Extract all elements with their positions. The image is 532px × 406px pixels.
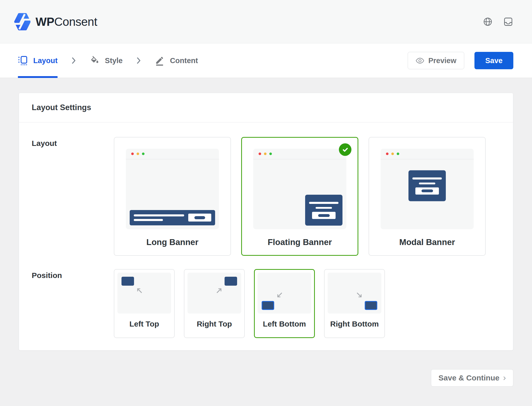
banner-text-line <box>134 219 163 221</box>
position-option-right-top[interactable]: Right Top <box>184 269 245 338</box>
eye-icon <box>416 57 424 64</box>
position-preview <box>328 273 381 314</box>
browser-mockup-header <box>381 149 474 159</box>
banner-position-rect <box>225 277 237 286</box>
banner-text-line <box>134 214 184 216</box>
window-dot-yellow <box>264 153 267 155</box>
browser-mockup <box>126 149 219 229</box>
window-dot-yellow <box>391 153 394 155</box>
banner-text-line <box>316 207 332 209</box>
banner-position-rect <box>262 301 274 310</box>
layout-option-long-banner[interactable]: Long Banner <box>114 137 231 256</box>
active-tab-underline <box>18 76 58 78</box>
banner-button <box>188 214 211 222</box>
banner-position-rect <box>365 301 377 310</box>
arrow-up-left-icon <box>136 287 143 294</box>
arrow-down-left-icon <box>276 292 283 299</box>
save-button-label: Save <box>485 56 503 65</box>
tab-content[interactable]: Content <box>155 43 198 78</box>
preview-button-label: Preview <box>428 56 457 65</box>
browser-mockup-header <box>126 149 219 159</box>
position-preview <box>187 273 241 314</box>
banner-button-label-pill <box>318 214 330 217</box>
app-header: WPConsent <box>0 0 532 43</box>
pencil-icon <box>155 56 164 66</box>
banner-text-line <box>419 182 435 184</box>
position-option-left-top[interactable]: Left Top <box>114 269 175 338</box>
banner-position-rect <box>121 277 134 286</box>
position-option-label: Right Bottom <box>328 314 381 334</box>
banner-button-label-pill <box>422 190 433 192</box>
position-preview <box>258 273 311 314</box>
banner-text-line <box>412 177 442 179</box>
floating-banner-illustration <box>305 195 342 226</box>
steps-tab-bar: Layout Style Content <box>0 43 532 78</box>
toolbar-actions: Preview Save <box>408 52 513 69</box>
paint-bucket-icon <box>90 56 99 65</box>
arrow-up-right-icon <box>216 287 223 294</box>
chevron-right-icon <box>137 57 141 64</box>
tab-layout-label: Layout <box>33 56 58 65</box>
layout-row: Layout <box>19 137 513 256</box>
position-option-label: Left Top <box>117 314 171 334</box>
inbox-icon[interactable] <box>503 17 513 27</box>
window-dot-red <box>131 153 134 155</box>
brand-rest: Consent <box>54 15 97 28</box>
layout-option-modal-banner[interactable]: Modal Banner <box>369 137 486 256</box>
position-row: Position Left Top <box>19 269 513 338</box>
layout-option-label: Modal Banner <box>399 237 455 247</box>
long-banner-illustration <box>130 210 215 225</box>
position-option-label: Left Bottom <box>258 314 311 334</box>
position-option-left-bottom[interactable]: Left Bottom <box>254 269 315 338</box>
save-continue-button[interactable]: Save & Continue › <box>431 369 513 387</box>
layout-option-floating-banner[interactable]: Floating Banner <box>241 137 358 256</box>
position-options: Left Top Right Top <box>114 269 385 338</box>
layout-option-label: Long Banner <box>146 237 198 247</box>
browser-mockup <box>253 149 346 229</box>
chevron-right-icon: › <box>503 373 506 382</box>
panel-title: Layout Settings <box>32 103 91 112</box>
tab-content-label: Content <box>170 56 198 65</box>
app-title: WPConsent <box>36 15 97 29</box>
browser-mockup-header <box>253 149 346 159</box>
wpconsent-settings-page: WPConsent <box>0 0 532 406</box>
browser-mockup <box>381 149 474 229</box>
save-button[interactable]: Save <box>474 52 513 69</box>
position-option-right-bottom[interactable]: Right Bottom <box>324 269 385 338</box>
wpconsent-logo-icon <box>14 13 30 31</box>
layout-row-label: Layout <box>32 137 114 256</box>
preview-button[interactable]: Preview <box>408 52 464 69</box>
position-option-label: Right Top <box>187 314 241 334</box>
banner-text-line <box>309 202 338 204</box>
panel-header: Layout Settings <box>19 93 513 122</box>
window-dot-yellow <box>137 153 139 155</box>
wpconsent-logo[interactable]: WPConsent <box>14 13 97 31</box>
banner-button <box>312 212 336 219</box>
window-dot-green <box>142 153 145 155</box>
layout-settings-panel: Layout Settings Layout <box>19 93 513 351</box>
modal-banner-illustration <box>408 170 446 201</box>
banner-button <box>415 187 439 194</box>
tab-style[interactable]: Style <box>90 43 123 78</box>
window-dot-red <box>259 153 261 155</box>
window-dot-red <box>386 153 389 155</box>
header-icons <box>483 17 513 27</box>
tab-style-label: Style <box>105 56 123 65</box>
check-icon <box>339 143 351 156</box>
position-row-label: Position <box>32 269 114 338</box>
brand-bold: WP <box>36 15 54 28</box>
window-dot-green <box>397 153 399 155</box>
tab-layout[interactable]: Layout <box>18 43 58 78</box>
banner-button-label-pill <box>194 216 205 219</box>
save-continue-label: Save & Continue <box>438 374 499 382</box>
arrow-down-right-icon <box>356 292 363 299</box>
layout-icon <box>18 56 28 65</box>
layout-options: Long Banner <box>114 137 486 256</box>
layout-option-label: Floating Banner <box>268 237 332 247</box>
globe-icon[interactable] <box>483 17 493 27</box>
chevron-right-icon <box>72 57 76 64</box>
position-preview <box>117 273 171 314</box>
window-dot-green <box>269 153 272 155</box>
